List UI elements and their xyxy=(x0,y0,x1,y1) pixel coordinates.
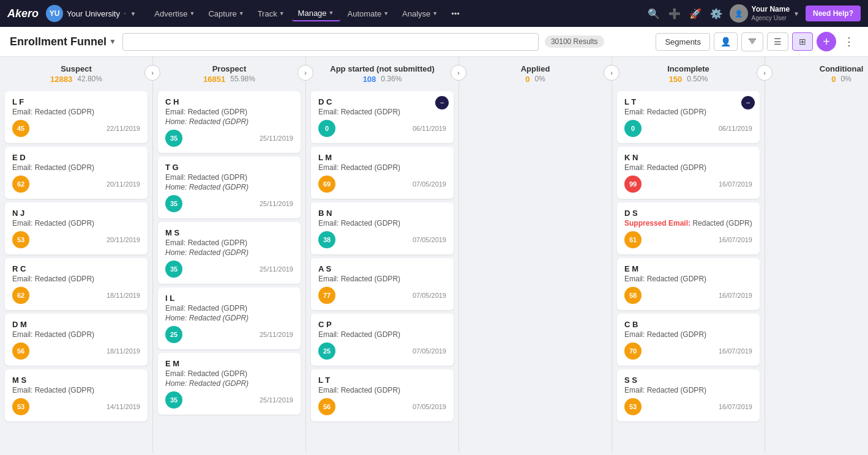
segments-button[interactable]: Segments xyxy=(656,33,710,51)
table-row[interactable]: T GEmail: Redacted (GDPR)Home: Redacted … xyxy=(158,157,301,218)
card-action-button[interactable]: − xyxy=(741,96,755,109)
nav-automate[interactable]: Automate ▼ xyxy=(342,7,395,21)
table-row[interactable]: I LEmail: Redacted (GDPR)Home: Redacted … xyxy=(158,287,301,349)
card-email: Email: Redacted (GDPR) xyxy=(624,386,752,394)
card-name: E M xyxy=(165,359,293,368)
table-row[interactable]: C HEmail: Redacted (GDPR)Home: Redacted … xyxy=(158,91,301,153)
card-footer: 6218/11/2019 xyxy=(12,287,140,304)
card-home: Home: Redacted (GDPR) xyxy=(165,248,293,257)
table-row[interactable]: M SEmail: Redacted (GDPR)Home: Redacted … xyxy=(158,222,301,284)
table-row[interactable]: E MEmail: Redacted (GDPR)5816/07/2019 xyxy=(617,258,760,310)
card-date: 25/11/2019 xyxy=(260,265,293,273)
card-home: Home: Redacted (GDPR) xyxy=(165,117,293,126)
table-row[interactable]: L MEmail: Redacted (GDPR)6907/05/2019 xyxy=(311,147,454,199)
card-date: 25/11/2019 xyxy=(260,135,293,142)
table-row[interactable]: B NEmail: Redacted (GDPR)3807/05/2019 xyxy=(311,202,454,254)
nav-more[interactable]: ••• xyxy=(445,7,466,21)
table-row[interactable]: E MEmail: Redacted (GDPR)Home: Redacted … xyxy=(158,353,301,415)
table-row[interactable]: D MEmail: Redacted (GDPR)5618/11/2019 xyxy=(5,314,148,366)
list-view-icon[interactable]: ☰ xyxy=(767,32,788,51)
card-date: 25/11/2019 xyxy=(260,396,293,404)
table-row[interactable]: C BEmail: Redacted (GDPR)7016/07/2019 xyxy=(617,314,760,366)
column-next-button[interactable]: › xyxy=(604,65,619,81)
card-footer: 3525/11/2019 xyxy=(165,391,293,409)
card-score: 53 xyxy=(12,398,29,415)
card-score: 38 xyxy=(318,231,335,248)
card-name: L T xyxy=(318,375,446,385)
card-date: 06/11/2019 xyxy=(719,125,752,132)
card-score: 0 xyxy=(318,120,335,137)
column-cards: −L TEmail: Redacted (GDPR)006/11/2019K N… xyxy=(612,89,765,453)
search-icon[interactable]: 🔍 xyxy=(646,7,661,21)
column-title: Suspect xyxy=(7,64,145,73)
card-email: Email: Redacted (GDPR) xyxy=(624,108,752,116)
table-row[interactable]: N JEmail: Redacted (GDPR)5320/11/2019 xyxy=(5,202,148,254)
nav-separator: · xyxy=(124,8,126,19)
grid-view-icon[interactable]: ⊞ xyxy=(792,32,813,51)
column-next-button[interactable]: › xyxy=(757,65,773,81)
kanban-column-suspect: Suspect1288342.80%›L FEmail: Redacted (G… xyxy=(0,57,153,453)
rocket-icon[interactable]: 🚀 xyxy=(688,7,703,21)
card-date: 25/11/2019 xyxy=(260,200,293,207)
user-menu[interactable]: 👤 Your Name Agency User ▼ xyxy=(730,4,799,23)
nav-manage[interactable]: Manage ▼ xyxy=(292,6,340,21)
table-row[interactable]: D SSuppressed Email: Redacted (GDPR)6116… xyxy=(617,202,760,254)
search-input[interactable] xyxy=(122,33,539,51)
card-date: 16/07/2019 xyxy=(719,180,752,188)
card-home: Home: Redacted (GDPR) xyxy=(165,183,293,191)
more-options-icon[interactable]: ⋮ xyxy=(840,34,858,50)
table-row[interactable]: L FEmail: Redacted (GDPR)4522/11/2019 xyxy=(5,91,148,143)
table-row[interactable]: S SEmail: Redacted (GDPR)5316/07/2019 xyxy=(617,369,760,421)
column-title: Incomplete xyxy=(619,64,757,73)
card-email: Email: Redacted (GDPR) xyxy=(165,173,293,182)
nav-advertise[interactable]: Advertise ▼ xyxy=(148,7,201,21)
add-icon[interactable]: ➕ xyxy=(667,7,682,21)
card-email: Email: Redacted (GDPR) xyxy=(624,330,752,339)
nav-capture[interactable]: Capture ▼ xyxy=(202,7,250,21)
university-selector[interactable]: YU Your University · ▼ xyxy=(46,5,136,22)
table-row[interactable]: K NEmail: Redacted (GDPR)9916/07/2019 xyxy=(617,147,760,199)
table-row[interactable]: C PEmail: Redacted (GDPR)2507/05/2019 xyxy=(311,314,454,366)
column-header: Applied00%› xyxy=(459,57,612,89)
card-email: Email: Redacted (GDPR) xyxy=(12,108,140,116)
card-name: L M xyxy=(318,153,446,162)
user-avatar: 👤 xyxy=(730,4,748,23)
card-email: Email: Redacted (GDPR) xyxy=(318,219,446,228)
table-row[interactable]: R CEmail: Redacted (GDPR)6218/11/2019 xyxy=(5,258,148,310)
add-button[interactable]: + xyxy=(817,32,836,51)
filter-icon[interactable] xyxy=(741,32,763,51)
column-count: 16851 xyxy=(203,75,225,84)
table-row[interactable]: L TEmail: Redacted (GDPR)5607/05/2019 xyxy=(311,369,454,421)
column-next-button[interactable]: › xyxy=(144,65,160,81)
card-score: 69 xyxy=(318,176,335,193)
table-row[interactable]: M SEmail: Redacted (GDPR)5314/11/2019 xyxy=(5,369,148,421)
table-row[interactable]: E DEmail: Redacted (GDPR)6220/11/2019 xyxy=(5,147,148,199)
table-row[interactable]: A SEmail: Redacted (GDPR)7707/05/2019 xyxy=(311,258,454,310)
card-footer: 2525/11/2019 xyxy=(165,326,293,343)
card-footer: 5316/07/2019 xyxy=(624,398,752,415)
card-score: 62 xyxy=(12,287,29,304)
person-filter-icon[interactable]: 👤 xyxy=(714,32,738,51)
table-row[interactable]: −L TEmail: Redacted (GDPR)006/11/2019 xyxy=(617,91,760,143)
card-email: Email: Redacted (GDPR) xyxy=(624,275,752,283)
card-name: M S xyxy=(12,375,140,385)
column-percentage: 55.98% xyxy=(230,75,255,84)
card-email: Email: Redacted (GDPR) xyxy=(12,330,140,339)
nav-right-actions: 🔍 ➕ 🚀 ⚙️ 👤 Your Name Agency User ▼ Need … xyxy=(646,4,861,23)
settings-icon[interactable]: ⚙️ xyxy=(709,7,724,21)
table-row[interactable]: −D CEmail: Redacted (GDPR)006/11/2019 xyxy=(311,91,454,143)
card-name: K N xyxy=(624,153,752,162)
column-next-button[interactable]: › xyxy=(451,65,466,81)
chevron-down-icon: ▼ xyxy=(239,10,244,17)
card-footer: 5607/05/2019 xyxy=(318,398,446,415)
card-email: Email: Redacted (GDPR) xyxy=(624,163,752,172)
card-score: 58 xyxy=(624,287,642,304)
page-title-chevron-icon[interactable]: ▼ xyxy=(109,37,116,46)
nav-analyse[interactable]: Analyse ▼ xyxy=(396,7,444,21)
card-action-button[interactable]: − xyxy=(435,96,449,109)
need-help-button[interactable]: Need Help? xyxy=(806,6,861,21)
column-next-button[interactable]: › xyxy=(297,65,313,81)
nav-track[interactable]: Track ▼ xyxy=(252,7,291,21)
card-footer: 4522/11/2019 xyxy=(12,120,140,137)
column-count: 0 xyxy=(525,75,529,84)
